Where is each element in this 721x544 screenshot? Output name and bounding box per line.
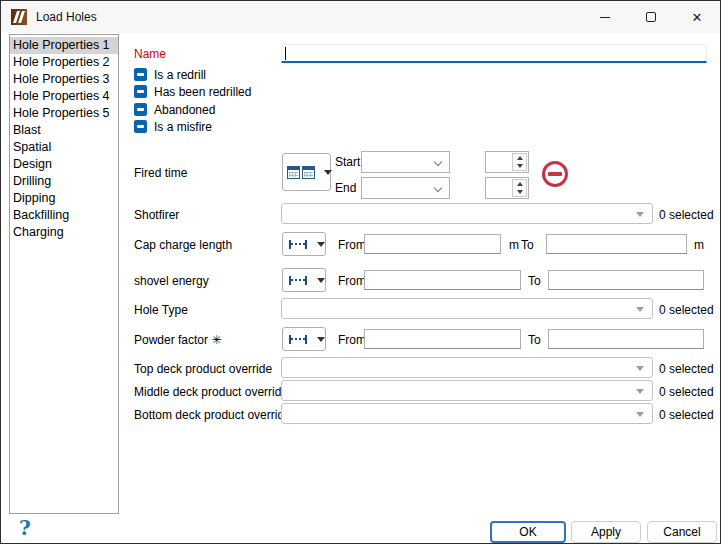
range-icon xyxy=(289,240,307,249)
powder-factor-from-input[interactable] xyxy=(364,329,521,349)
remove-fired-time-button[interactable] xyxy=(542,161,568,187)
shovel-energy-range-button[interactable] xyxy=(282,268,326,292)
sidebar-item-dipping[interactable]: Dipping xyxy=(10,190,118,207)
text-caret xyxy=(285,47,286,60)
fired-time-end-time-spinner[interactable] xyxy=(485,177,529,199)
fired-time-label: Fired time xyxy=(134,166,187,180)
cap-charge-to-input[interactable] xyxy=(546,234,687,254)
ok-button[interactable]: OK xyxy=(490,521,566,543)
top-deck-product-override-dropdown[interactable] xyxy=(281,357,653,378)
cap-charge-to-label: To xyxy=(521,238,534,252)
sidebar-item-backfilling[interactable]: Backfilling xyxy=(10,207,118,224)
sidebar-item-hole-properties-1[interactable]: Hole Properties 1 xyxy=(10,37,118,54)
hole-type-selected-count: 0 selected xyxy=(659,303,714,317)
sidebar-item-hole-properties-2[interactable]: Hole Properties 2 xyxy=(10,54,118,71)
cap-charge-to-unit: m xyxy=(694,238,704,252)
load-holes-dialog: Load Holes ✕ Hole Properties 1 Hole Prop… xyxy=(0,0,721,544)
powder-factor-to-input[interactable] xyxy=(548,329,704,349)
arrow-up-icon xyxy=(517,182,523,186)
powder-factor-to-label: To xyxy=(528,333,541,347)
powder-factor-range-button[interactable] xyxy=(282,327,326,351)
is-a-misfire-label: Is a misfire xyxy=(154,120,212,134)
middle-deck-selected-count: 0 selected xyxy=(659,385,714,399)
range-icon xyxy=(289,276,307,285)
shotfirer-label: Shotfirer xyxy=(134,208,179,222)
has-been-redrilled-checkbox[interactable] xyxy=(134,85,147,98)
spin-down-button[interactable] xyxy=(513,162,526,170)
shovel-energy-label: shovel energy xyxy=(134,274,209,288)
bottom-deck-selected-count: 0 selected xyxy=(659,408,714,422)
abandoned-label: Abandoned xyxy=(154,103,215,117)
sidebar-item-hole-properties-3[interactable]: Hole Properties 3 xyxy=(10,71,118,88)
arrow-down-icon xyxy=(517,190,523,194)
powder-factor-label: Powder factor ✳ xyxy=(134,333,221,347)
is-a-redrill-label: Is a redrill xyxy=(154,68,206,82)
is-a-misfire-checkbox[interactable] xyxy=(134,120,147,133)
chevron-down-icon xyxy=(434,184,442,192)
dropdown-arrow-icon xyxy=(317,278,325,283)
dropdown-arrow-icon xyxy=(636,412,644,417)
shotfirer-selected-count: 0 selected xyxy=(659,208,714,222)
sidebar-item-blast[interactable]: Blast xyxy=(10,122,118,139)
cap-charge-length-label: Cap charge length xyxy=(134,238,232,252)
chevron-down-icon xyxy=(434,158,442,166)
top-deck-selected-count: 0 selected xyxy=(659,362,714,376)
sidebar-item-design[interactable]: Design xyxy=(10,156,118,173)
title-bar: Load Holes ✕ xyxy=(1,1,720,33)
hole-type-dropdown[interactable] xyxy=(281,298,653,319)
spin-down-button[interactable] xyxy=(513,188,526,196)
dropdown-arrow-icon xyxy=(317,242,325,247)
spin-up-button[interactable] xyxy=(513,154,526,162)
app-logo-icon xyxy=(11,9,27,25)
sidebar-item-hole-properties-5[interactable]: Hole Properties 5 xyxy=(10,105,118,122)
cap-charge-from-input[interactable] xyxy=(364,234,501,254)
shotfirer-dropdown[interactable] xyxy=(281,203,653,224)
shovel-energy-from-input[interactable] xyxy=(364,270,521,290)
shovel-energy-from-label: From xyxy=(338,274,366,288)
dropdown-arrow-icon xyxy=(636,212,644,217)
bottom-deck-product-override-dropdown[interactable] xyxy=(281,403,653,424)
top-deck-product-override-label: Top deck product override xyxy=(134,362,272,376)
dropdown-arrow-icon xyxy=(324,170,332,175)
minimize-icon xyxy=(600,17,610,18)
arrow-down-icon xyxy=(517,164,523,168)
middle-deck-product-override-dropdown[interactable] xyxy=(281,380,653,401)
help-icon[interactable]: ? xyxy=(19,516,31,540)
calendar-icon xyxy=(302,166,315,179)
cancel-button[interactable]: Cancel xyxy=(647,521,717,543)
shovel-energy-to-input[interactable] xyxy=(548,270,704,290)
maximize-button[interactable] xyxy=(628,1,674,33)
close-button[interactable]: ✕ xyxy=(674,1,720,33)
apply-button[interactable]: Apply xyxy=(571,521,641,543)
name-input[interactable] xyxy=(281,44,707,63)
sidebar-item-drilling[interactable]: Drilling xyxy=(10,173,118,190)
dropdown-arrow-icon xyxy=(317,337,325,342)
fired-time-start-time-spinner[interactable] xyxy=(485,151,529,173)
fired-time-end-date-combo[interactable] xyxy=(361,177,450,199)
hole-type-label: Hole Type xyxy=(134,303,188,317)
sidebar-item-charging[interactable]: Charging xyxy=(10,224,118,241)
arrow-up-icon xyxy=(517,156,523,160)
checkbox-row-is-a-redrill: Is a redrill xyxy=(134,67,206,82)
sidebar-item-spatial[interactable]: Spatial xyxy=(10,139,118,156)
has-been-redrilled-label: Has been redrilled xyxy=(154,85,251,99)
fired-time-calendar-button[interactable] xyxy=(282,153,331,191)
is-a-redrill-checkbox[interactable] xyxy=(134,68,147,81)
range-icon xyxy=(289,335,307,344)
powder-factor-from-label: From xyxy=(338,333,366,347)
minimize-button[interactable] xyxy=(582,1,628,33)
abandoned-checkbox[interactable] xyxy=(134,103,147,116)
cap-charge-length-range-button[interactable] xyxy=(282,232,326,256)
checkbox-row-has-been-redrilled: Has been redrilled xyxy=(134,84,251,99)
bottom-deck-product-override-label: Bottom deck product override! xyxy=(134,408,294,422)
checkbox-row-abandoned: Abandoned xyxy=(134,102,215,117)
fired-time-start-date-combo[interactable] xyxy=(361,151,450,173)
cap-charge-from-label: From xyxy=(338,238,366,252)
dropdown-arrow-icon xyxy=(636,389,644,394)
dropdown-arrow-icon xyxy=(636,366,644,371)
category-list: Hole Properties 1 Hole Properties 2 Hole… xyxy=(9,34,119,514)
sidebar-item-hole-properties-4[interactable]: Hole Properties 4 xyxy=(10,88,118,105)
window-title: Load Holes xyxy=(36,10,97,24)
spin-up-button[interactable] xyxy=(513,180,526,188)
window-controls: ✕ xyxy=(582,1,720,33)
